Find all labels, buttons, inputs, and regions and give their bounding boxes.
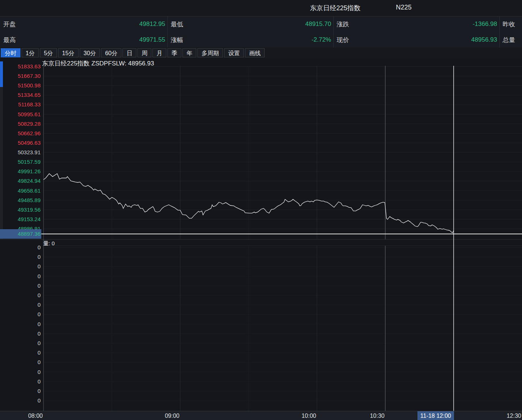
quote-field-label: 开盘 xyxy=(0,20,16,29)
price-tick-label: 49153.24 xyxy=(18,216,41,222)
quote-field-value: 48956.93 xyxy=(349,36,499,43)
price-tick-label: 51334.65 xyxy=(18,92,41,98)
time-tick-label: 08:00 xyxy=(28,411,43,420)
price-volume-chart[interactable] xyxy=(0,58,522,420)
price-tick-label: 50496.63 xyxy=(18,140,41,146)
quote-info-bar: 开盘49812.95最低48915.70涨跌-1366.98昨收最高49971.… xyxy=(0,16,522,48)
left-scrollbar-thumb[interactable] xyxy=(0,61,3,87)
period-tab-bar: 分时1分5分15分30分60分日周月季年多周期设置画线 xyxy=(0,48,522,58)
quote-field-label: 现价 xyxy=(333,36,349,44)
time-tick-label: 12:30 xyxy=(507,411,521,420)
tab-多周期[interactable]: 多周期 xyxy=(197,48,223,57)
time-tick-label: 09:00 xyxy=(165,411,179,420)
quote-field: 开盘49812.95 xyxy=(0,16,167,32)
quote-field-value: 49812.95 xyxy=(16,20,167,28)
price-tick-label: 50157.59 xyxy=(18,159,41,165)
volume-tick-label: 0 xyxy=(38,244,41,250)
volume-tick-label: 0 xyxy=(38,292,41,298)
price-tick-label: 49319.56 xyxy=(18,207,41,213)
price-tick-label: 50995.61 xyxy=(18,111,41,117)
left-scrollbar xyxy=(0,61,3,239)
quote-field-label: 总量 xyxy=(499,36,515,44)
crosshair-price-label: 48897.36 xyxy=(0,229,41,239)
volume-tick-label: 0 xyxy=(38,359,41,365)
volume-tick-label: 0 xyxy=(38,283,41,289)
quote-field: 昨收 xyxy=(499,16,522,32)
quote-field-label: 涨幅 xyxy=(167,36,183,44)
volume-tick-label: 0 xyxy=(38,321,41,327)
price-tick-label: 50829.28 xyxy=(18,121,41,127)
volume-tick-label: 0 xyxy=(38,273,41,279)
quote-field: 涨幅-2.72% xyxy=(167,32,333,48)
quote-field: 现价48956.93 xyxy=(333,32,499,48)
quote-field-value: -1366.98 xyxy=(349,20,499,28)
tab-15分[interactable]: 15分 xyxy=(58,48,79,57)
volume-tick-label: 0 xyxy=(38,302,41,308)
price-tick-label: 49824.94 xyxy=(18,178,41,184)
quote-field-label: 涨跌 xyxy=(333,20,349,29)
time-tick-label: 10:30 xyxy=(370,411,385,420)
time-tick-label: 10:00 xyxy=(302,411,316,420)
price-tick-label: 49485.89 xyxy=(18,197,41,203)
quote-field-label: 昨收 xyxy=(499,20,515,29)
price-tick-label: 50662.96 xyxy=(18,130,41,136)
volume-tick-label: 0 xyxy=(38,254,41,260)
pane-title: 东京日经225指数 ZSDPFSLW: 48956.93 xyxy=(42,59,154,68)
instrument-symbol: N225 xyxy=(396,4,412,11)
tab-日[interactable]: 日 xyxy=(122,48,136,57)
price-tick-label: 51833.63 xyxy=(18,63,41,69)
quote-field: 最高49971.55 xyxy=(0,32,167,48)
tab-5分[interactable]: 5分 xyxy=(40,48,57,57)
price-tick-label: 49991.26 xyxy=(18,168,41,174)
tab-设置[interactable]: 设置 xyxy=(224,48,244,57)
quote-field-value: -2.72% xyxy=(183,36,333,43)
volume-indicator-label: 量: 0 xyxy=(43,240,55,247)
quote-field-label: 最高 xyxy=(0,36,16,44)
tab-周[interactable]: 周 xyxy=(137,48,151,57)
price-tick-label: 51168.33 xyxy=(18,101,41,107)
chart-region: 东京日经225指数 ZSDPFSLW: 48956.93 51833.63516… xyxy=(0,58,522,420)
instrument-name: 东京日经225指数 xyxy=(310,4,360,12)
price-tick-label: 51667.30 xyxy=(18,73,41,79)
time-axis: 08:0009:0010:0010:3011-18 12:0012:30 xyxy=(0,411,522,420)
tab-分时[interactable]: 分时 xyxy=(1,48,20,57)
tab-季[interactable]: 季 xyxy=(167,48,181,57)
volume-tick-label: 0 xyxy=(38,340,41,346)
quote-field-value: 49971.55 xyxy=(16,36,167,43)
tab-年[interactable]: 年 xyxy=(182,48,196,57)
volume-tick-label: 0 xyxy=(38,263,41,269)
tab-月[interactable]: 月 xyxy=(152,48,166,57)
title-bar: 东京日经225指数 N225 xyxy=(0,0,522,16)
price-tick-label: 49658.61 xyxy=(18,188,41,194)
volume-tick-label: 0 xyxy=(38,349,41,356)
quote-field-value: 48915.70 xyxy=(183,20,333,28)
volume-tick-label: 0 xyxy=(38,388,41,394)
stock-chart-app: 东京日经225指数 N225 开盘49812.95最低48915.70涨跌-13… xyxy=(0,0,522,420)
tab-画线[interactable]: 画线 xyxy=(245,48,265,57)
tab-60分[interactable]: 60分 xyxy=(101,48,121,57)
crosshair-time-label: 11-18 12:00 xyxy=(417,411,454,420)
price-tick-label: 50323.91 xyxy=(18,149,41,155)
volume-tick-label: 0 xyxy=(38,378,41,385)
volume-tick-label: 0 xyxy=(38,397,41,404)
tab-1分[interactable]: 1分 xyxy=(22,48,39,57)
price-tick-label: 51500.98 xyxy=(18,82,41,88)
tab-30分[interactable]: 30分 xyxy=(80,48,100,57)
quote-field: 最低48915.70 xyxy=(167,16,333,32)
quote-field: 涨跌-1366.98 xyxy=(333,16,499,32)
volume-tick-label: 0 xyxy=(38,311,41,317)
quote-field: 总量 xyxy=(499,32,522,48)
volume-tick-label: 0 xyxy=(38,330,41,337)
quote-field-label: 最低 xyxy=(167,20,183,29)
volume-tick-label: 0 xyxy=(38,369,41,375)
